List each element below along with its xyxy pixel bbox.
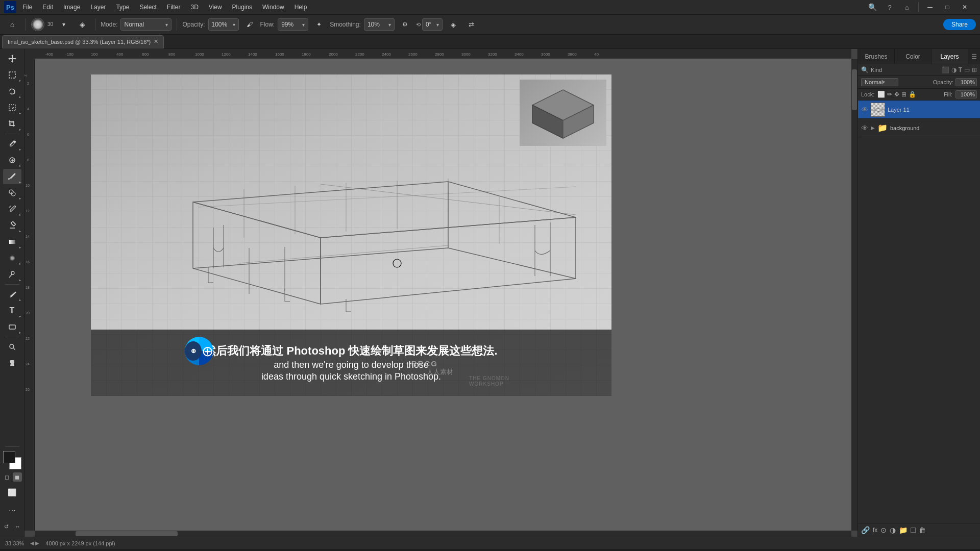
layer-visibility-icon-layer11[interactable]: 👁 bbox=[861, 106, 868, 114]
healing-brush-tool[interactable]: ▸ bbox=[3, 153, 21, 168]
filter-shape-icon[interactable]: ▭ bbox=[964, 66, 970, 73]
filter-smart-icon[interactable]: ⊞ bbox=[972, 66, 977, 73]
fill-input[interactable] bbox=[955, 90, 977, 98]
new-group-icon[interactable]: 📁 bbox=[899, 526, 908, 534]
menu-edit[interactable]: Edit bbox=[38, 3, 57, 12]
dodge-tool[interactable]: ▸ bbox=[3, 267, 21, 282]
extra-tools[interactable]: ⋯ bbox=[3, 503, 21, 518]
filter-adjustment-icon[interactable]: ◑ bbox=[951, 66, 957, 73]
foreground-background-colors[interactable] bbox=[3, 451, 21, 469]
status-prev-icon[interactable]: ◀ bbox=[30, 540, 34, 546]
flip-icon[interactable]: ↔ bbox=[13, 521, 23, 532]
layer-effects-icon[interactable]: fx bbox=[873, 527, 877, 534]
delete-layer-icon[interactable]: 🗑 bbox=[919, 526, 926, 534]
lock-artboard-icon[interactable]: ⊞ bbox=[901, 91, 906, 98]
menu-layer[interactable]: Layer bbox=[86, 3, 110, 12]
clone-stamp-tool[interactable]: ▸ bbox=[3, 185, 21, 201]
vertical-scroll-thumb[interactable] bbox=[852, 69, 857, 110]
share-button[interactable]: Share bbox=[943, 19, 976, 30]
lasso-tool[interactable]: ▸ bbox=[3, 84, 21, 99]
lock-all-icon[interactable]: 🔒 bbox=[909, 91, 916, 98]
adjustment-layer-icon[interactable]: ◑ bbox=[890, 526, 896, 534]
layer-item-background[interactable]: 👁 ▶ 📁 background bbox=[858, 119, 980, 137]
new-layer-icon[interactable]: □ bbox=[911, 525, 916, 535]
tab-brushes[interactable]: Brushes bbox=[858, 49, 895, 64]
smoothing-options-icon[interactable]: ⚙ bbox=[398, 17, 413, 32]
filter-pixel-icon[interactable]: ⬛ bbox=[942, 66, 949, 73]
text-tool[interactable]: T ▸ bbox=[3, 303, 21, 318]
opacity-jitter-icon[interactable]: 🖌 bbox=[242, 17, 257, 32]
lock-transparent-pixels-icon[interactable]: ⬜ bbox=[877, 91, 885, 98]
document-close-icon[interactable]: ✕ bbox=[154, 38, 158, 45]
maximize-button[interactable]: □ bbox=[940, 0, 954, 14]
history-brush-tool[interactable]: ▸ bbox=[3, 202, 21, 217]
layer-item-layer11[interactable]: 👁 Layer 11 bbox=[858, 101, 980, 119]
flow-value[interactable]: 99% bbox=[278, 18, 308, 31]
lock-image-pixels-icon[interactable]: ✏ bbox=[887, 91, 892, 98]
foreground-color-swatch[interactable] bbox=[3, 451, 15, 463]
object-select-tool[interactable]: ▸ bbox=[3, 100, 21, 115]
panel-menu-icon[interactable]: ☰ bbox=[968, 49, 980, 64]
rotation-icon[interactable]: ↺ bbox=[2, 521, 12, 532]
layer-visibility-icon-background[interactable]: 👁 bbox=[861, 124, 868, 132]
hand-tool[interactable] bbox=[3, 356, 21, 371]
menu-view[interactable]: View bbox=[205, 3, 226, 12]
move-tool[interactable] bbox=[3, 51, 21, 66]
help-icon[interactable]: ? bbox=[883, 0, 897, 14]
menu-help[interactable]: Help bbox=[290, 3, 311, 12]
pressure-opacity-icon[interactable]: ◈ bbox=[446, 17, 461, 32]
menu-file[interactable]: File bbox=[18, 3, 36, 12]
horizontal-scroll-thumb[interactable] bbox=[76, 531, 178, 536]
pen-tool[interactable]: ▸ bbox=[3, 287, 21, 302]
filter-text-icon[interactable]: T bbox=[959, 66, 962, 73]
menu-image[interactable]: Image bbox=[59, 3, 84, 12]
shape-tool[interactable]: ▸ bbox=[3, 319, 21, 335]
home-workspace-icon[interactable]: ⌂ bbox=[4, 17, 20, 32]
menu-3d[interactable]: 3D bbox=[186, 3, 202, 12]
brush-tool[interactable]: ▸ bbox=[3, 169, 21, 184]
menu-select[interactable]: Select bbox=[135, 3, 160, 12]
zoom-tool[interactable] bbox=[3, 339, 21, 355]
gradient-tool[interactable]: ▸ bbox=[3, 234, 21, 249]
change-screen-mode[interactable]: ⬜ bbox=[3, 485, 21, 500]
search-icon[interactable]: 🔍 bbox=[865, 0, 879, 14]
vertical-scrollbar[interactable] bbox=[851, 59, 857, 531]
quick-mask-off[interactable]: ◻ bbox=[3, 472, 12, 482]
canvas-area[interactable]: -400 -100 100 400 600 800 1000 1200 1400… bbox=[24, 49, 857, 537]
mode-dropdown[interactable]: Normal bbox=[120, 18, 172, 31]
menu-filter[interactable]: Filter bbox=[163, 3, 185, 12]
link-layers-icon[interactable]: 🔗 bbox=[861, 526, 870, 534]
lock-position-icon[interactable]: ✥ bbox=[894, 91, 899, 98]
flow-jitter-icon[interactable]: ✦ bbox=[311, 17, 327, 32]
minimize-button[interactable]: ─ bbox=[923, 0, 937, 14]
status-nav-arrows[interactable]: ◀ ▶ bbox=[30, 540, 39, 546]
brush-options-button[interactable]: ▾ bbox=[56, 17, 71, 32]
opacity-input[interactable] bbox=[955, 78, 977, 86]
quick-mask-on[interactable]: ◼ bbox=[13, 472, 22, 482]
add-mask-icon[interactable]: ⊙ bbox=[880, 526, 887, 534]
layer-expand-icon-background[interactable]: ▶ bbox=[871, 125, 875, 131]
home-icon[interactable]: ⌂ bbox=[900, 0, 914, 14]
menu-plugins[interactable]: Plugins bbox=[228, 3, 256, 12]
document-tab[interactable]: final_iso_sketch_base.psd @ 33.3% (Layer… bbox=[2, 35, 164, 48]
angle-value[interactable]: 0° bbox=[422, 18, 443, 31]
brush-picker-button[interactable] bbox=[31, 18, 44, 31]
brush-hardness-icon[interactable]: ◈ bbox=[75, 17, 90, 32]
eraser-tool[interactable]: ▸ bbox=[3, 218, 21, 233]
smoothing-value[interactable]: 10% bbox=[364, 18, 395, 31]
symmetry-icon[interactable]: ⇄ bbox=[464, 17, 479, 32]
crop-tool[interactable]: ▸ bbox=[3, 116, 21, 132]
menu-type[interactable]: Type bbox=[112, 3, 133, 12]
blur-tool[interactable]: ▸ bbox=[3, 251, 21, 266]
tab-color[interactable]: Color bbox=[895, 49, 932, 64]
horizontal-scrollbar[interactable] bbox=[35, 531, 851, 537]
tab-layers[interactable]: Layers bbox=[932, 49, 968, 64]
opacity-value[interactable]: 100% bbox=[208, 18, 239, 31]
menu-window[interactable]: Window bbox=[258, 3, 288, 12]
close-button[interactable]: ✕ bbox=[958, 0, 972, 14]
blend-mode-dropdown[interactable]: Normal bbox=[861, 78, 898, 86]
eyedropper-tool[interactable]: ▸ bbox=[3, 136, 21, 152]
status-next-icon[interactable]: ▶ bbox=[35, 540, 39, 546]
canvas-document[interactable]: ⊕ 然后我们将通过 Photoshop 快速绘制草图来发展这些想法. and t… bbox=[91, 74, 611, 396]
rectangular-marquee-tool[interactable]: ▸ bbox=[3, 67, 21, 83]
